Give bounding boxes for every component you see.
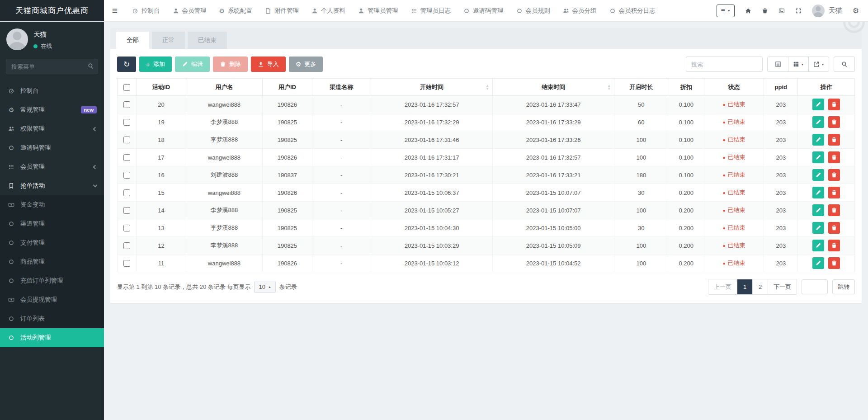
row-checkbox[interactable] xyxy=(123,242,130,249)
sidebar-item[interactable]: ⚙ 常规管理 new xyxy=(0,100,104,119)
status-cell: ●已结束 xyxy=(704,131,764,149)
tab[interactable]: 正常 xyxy=(152,32,185,49)
sidebar-item[interactable]: 渠道管理 xyxy=(0,214,104,233)
top-menu-item[interactable]: 管理员管理 xyxy=(352,0,405,21)
edit-button[interactable]: 编辑 xyxy=(175,57,210,72)
delete-row-button[interactable] xyxy=(828,222,840,234)
top-menu-item[interactable]: 管理员日志 xyxy=(405,0,458,21)
edit-row-button[interactable] xyxy=(812,134,824,146)
edit-row-button[interactable] xyxy=(812,151,824,163)
top-menu-item[interactable]: 会员分组 xyxy=(557,0,603,21)
sidebar-item[interactable]: 抢单活动 xyxy=(0,176,104,195)
page-size-dropdown[interactable]: 10▲ xyxy=(254,281,275,293)
pencil-icon xyxy=(815,101,821,108)
table-row: 14 李梦溪888 190825 - 2023-01-15 10:05:27 2… xyxy=(118,202,855,219)
row-checkbox[interactable] xyxy=(123,225,130,231)
col-start-time[interactable]: 开始时间▲▼ xyxy=(371,79,493,96)
delete-row-button[interactable] xyxy=(828,169,840,181)
sidebar-item[interactable]: 活动列管理 xyxy=(0,328,104,347)
tab[interactable]: 已结束 xyxy=(188,32,227,49)
delete-row-button[interactable] xyxy=(828,99,840,110)
sidebar-item[interactable]: 资金变动 xyxy=(0,195,104,214)
jump-button[interactable]: 跳转 xyxy=(832,279,855,294)
select-all-checkbox[interactable] xyxy=(123,84,130,91)
sidebar-item[interactable]: 权限管理 xyxy=(0,119,104,138)
more-button[interactable]: ⚙更多 xyxy=(289,57,323,72)
edit-row-button[interactable] xyxy=(812,169,824,181)
top-menu: 控制台 会员管理 ⚙ 系统配置 附件管理 个人资料 管理员管理 管理员日志 邀请… xyxy=(126,0,662,21)
jump-page-input[interactable] xyxy=(802,279,828,294)
sidebar-item[interactable]: 支付管理 xyxy=(0,233,104,252)
row-checkbox[interactable] xyxy=(123,101,130,108)
username-cell: 李梦溪888 xyxy=(186,237,263,255)
tab[interactable]: 全部 xyxy=(116,32,149,49)
top-menu-item[interactable]: 个人资料 xyxy=(305,0,352,21)
next-page-button[interactable]: 下一页 xyxy=(768,279,797,294)
duration-cell: 50 xyxy=(614,96,668,113)
sidebar-item[interactable]: 商品管理 xyxy=(0,252,104,271)
sidebar-item[interactable]: 订单列表 xyxy=(0,309,104,328)
edit-row-button[interactable] xyxy=(812,222,824,234)
edit-row-button[interactable] xyxy=(812,99,824,110)
add-button[interactable]: +添加 xyxy=(139,57,172,72)
navbar-user[interactable]: 天猫 xyxy=(812,5,842,17)
prev-page-button[interactable]: 上一页 xyxy=(708,279,737,294)
row-checkbox[interactable] xyxy=(123,172,130,179)
detail-view-button[interactable] xyxy=(768,57,788,71)
sidebar-toggle-icon[interactable]: ≡ xyxy=(104,0,126,21)
top-navbar: 天猫商城商户优惠商 ≡ 控制台 会员管理 ⚙ 系统配置 附件管理 个人资料 管理… xyxy=(0,0,868,22)
col-end-time[interactable]: 结束时间▲▼ xyxy=(493,79,614,96)
page-number-button[interactable]: 2 xyxy=(752,279,768,294)
table-search-input[interactable] xyxy=(686,57,763,72)
sidebar-item[interactable]: 会员提现管理 xyxy=(0,290,104,309)
import-button[interactable]: 导入 xyxy=(251,57,286,72)
edit-row-button[interactable] xyxy=(812,257,824,269)
layout-switch-button[interactable]: ≡▼ xyxy=(717,5,734,17)
ppid-cell: 203 xyxy=(764,184,798,202)
page-number-button[interactable]: 1 xyxy=(737,279,752,294)
delete-button[interactable]: 删除 xyxy=(213,57,248,72)
search-submit-button[interactable] xyxy=(834,57,855,72)
delete-row-button[interactable] xyxy=(828,134,840,146)
row-checkbox[interactable] xyxy=(123,137,130,143)
edit-row-button[interactable] xyxy=(812,240,824,251)
row-checkbox[interactable] xyxy=(123,260,130,267)
status-cell: ●已结束 xyxy=(704,237,764,255)
refresh-button[interactable]: ↻ xyxy=(117,57,136,72)
row-checkbox[interactable] xyxy=(123,119,130,126)
delete-row-button[interactable] xyxy=(828,116,840,128)
settings-gear-icon[interactable]: ⚙ xyxy=(853,7,859,14)
circle-icon xyxy=(7,240,15,246)
trash-icon xyxy=(831,172,837,178)
columns-button[interactable]: ▼ xyxy=(788,57,808,71)
home-icon[interactable] xyxy=(745,8,751,14)
sidebar-item[interactable]: 会员管理 xyxy=(0,157,104,176)
tab-bar: 全部正常已结束 xyxy=(110,28,862,49)
delete-row-button[interactable] xyxy=(828,240,840,251)
top-menu-item[interactable]: 附件管理 xyxy=(259,0,305,21)
fullscreen-icon[interactable] xyxy=(795,8,802,14)
delete-row-button[interactable] xyxy=(828,187,840,198)
sidebar-item[interactable]: 控制台 xyxy=(0,81,104,100)
export-button[interactable]: ▼ xyxy=(808,57,829,71)
top-menu-item[interactable]: ⚙ 系统配置 xyxy=(213,0,259,21)
top-menu-item[interactable]: 会员规则 xyxy=(510,0,557,21)
sidebar-search-input[interactable] xyxy=(6,59,98,74)
edit-row-button[interactable] xyxy=(812,187,824,198)
trash-icon[interactable] xyxy=(762,8,768,14)
delete-row-button[interactable] xyxy=(828,204,840,216)
row-checkbox[interactable] xyxy=(123,207,130,214)
image-cache-icon[interactable] xyxy=(778,8,785,14)
delete-row-button[interactable] xyxy=(828,257,840,269)
sidebar-item[interactable]: 邀请码管理 xyxy=(0,138,104,157)
top-menu-item[interactable]: 会员管理 xyxy=(166,0,213,21)
sidebar-item[interactable]: 充值订单列管理 xyxy=(0,271,104,290)
top-menu-item[interactable]: 邀请码管理 xyxy=(457,0,510,21)
delete-row-button[interactable] xyxy=(828,151,840,163)
edit-row-button[interactable] xyxy=(812,204,824,216)
edit-row-button[interactable] xyxy=(812,116,824,128)
row-checkbox[interactable] xyxy=(123,189,130,196)
top-menu-item[interactable]: 控制台 xyxy=(126,0,166,21)
row-checkbox[interactable] xyxy=(123,154,130,161)
top-menu-item[interactable]: 会员积分日志 xyxy=(603,0,662,21)
